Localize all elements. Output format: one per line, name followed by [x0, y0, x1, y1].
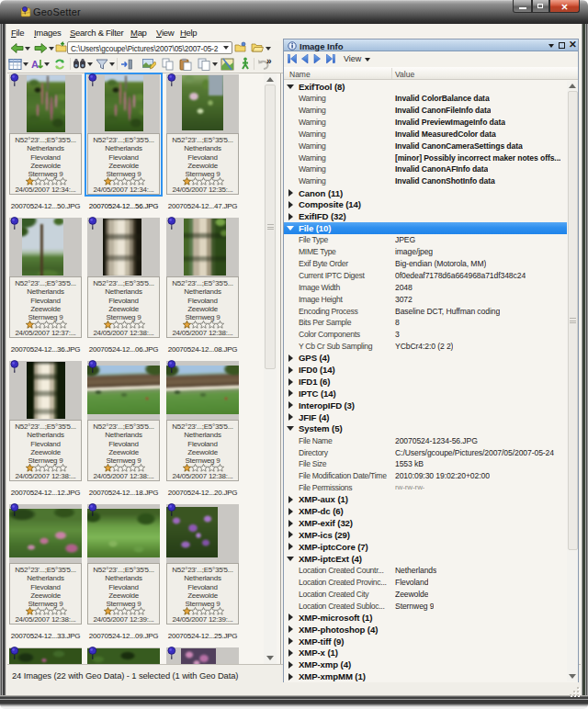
svg-text:A: A: [31, 59, 39, 70]
